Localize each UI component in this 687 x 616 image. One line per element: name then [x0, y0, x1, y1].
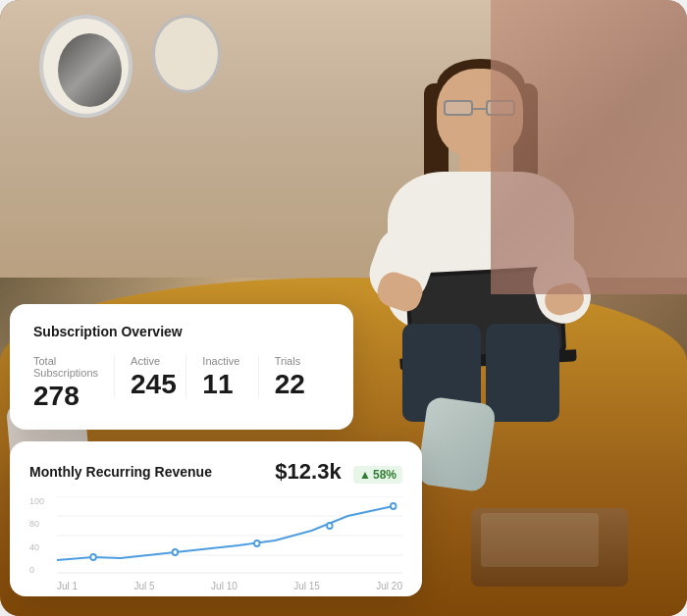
revenue-card: Monthly Recurring Revenue $12.3k ▲ 58% 1…	[10, 441, 422, 596]
metric-total-value: 278	[33, 383, 98, 410]
chart-point-3	[254, 540, 260, 546]
chart-area: 100 80 40 0	[29, 496, 402, 585]
chart-point-1	[90, 554, 96, 560]
metric-total-label: Total Subscriptions	[33, 355, 98, 379]
x-label-jul10: Jul 10	[211, 581, 238, 591]
x-label-jul20: Jul 20	[376, 581, 402, 591]
y-label-100: 100	[29, 496, 53, 506]
cards-container: Subscription Overview Total Subscription…	[10, 304, 422, 596]
chart-point-2	[173, 549, 179, 555]
metric-total: Total Subscriptions 278	[33, 355, 114, 410]
chart-line	[57, 506, 394, 560]
revenue-amount-container: $12.3k ▲ 58%	[275, 459, 402, 485]
x-label-jul15: Jul 15	[293, 581, 320, 591]
metric-inactive-label: Inactive	[202, 355, 257, 367]
chart-point-5	[391, 503, 396, 509]
artwork-left	[39, 15, 132, 118]
y-label-80: 80	[29, 519, 53, 529]
metric-trials: Trials 22	[258, 355, 330, 398]
arrow-up-icon: ▲	[359, 468, 371, 482]
revenue-badge-value: 58%	[373, 468, 396, 482]
subscription-card: Subscription Overview Total Subscription…	[10, 304, 353, 430]
metric-active: Active 245	[114, 355, 185, 398]
metric-active-value: 245	[131, 371, 185, 398]
y-axis: 100 80 40 0	[29, 496, 53, 575]
subscription-card-title: Subscription Overview	[33, 324, 330, 339]
metric-trials-label: Trials	[275, 355, 330, 367]
x-label-jul1: Jul 1	[57, 581, 78, 591]
revenue-header: Monthly Recurring Revenue $12.3k ▲ 58%	[29, 459, 402, 485]
metrics-row: Total Subscriptions 278 Active 245 Inact…	[33, 355, 330, 410]
x-axis: Jul 1 Jul 5 Jul 10 Jul 15 Jul 20	[29, 581, 402, 591]
metric-inactive: Inactive 11	[185, 355, 257, 398]
chart-point-4	[327, 523, 333, 529]
chart-svg	[29, 496, 402, 575]
pillow-right	[416, 396, 497, 493]
artwork-right	[152, 15, 221, 93]
metric-inactive-value: 11	[202, 371, 257, 398]
metric-active-label: Active	[131, 355, 185, 367]
x-label-jul5: Jul 5	[134, 581, 155, 591]
revenue-title: Monthly Recurring Revenue	[29, 464, 212, 480]
brick-wall	[491, 0, 687, 294]
y-label-40: 40	[29, 542, 53, 552]
coffee-table	[471, 508, 628, 587]
metric-trials-value: 22	[275, 371, 330, 398]
revenue-badge: ▲ 58%	[353, 466, 402, 484]
revenue-amount: $12.3k	[275, 459, 341, 484]
y-label-0: 0	[29, 565, 53, 575]
